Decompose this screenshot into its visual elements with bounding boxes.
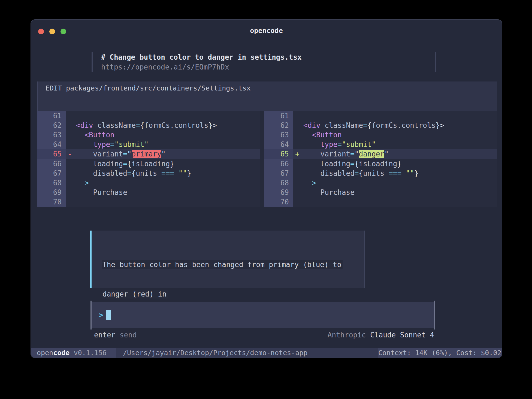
code-line <box>293 111 497 120</box>
code-token: Purchase <box>76 188 127 197</box>
code-line: <Button <box>293 130 497 140</box>
model-indicator: Anthropic Claude Sonnet 4 <box>328 330 434 340</box>
code-line: Purchase <box>66 188 260 197</box>
code-token <box>76 179 84 187</box>
window-title: opencode <box>31 27 502 35</box>
code-token: { <box>367 121 372 129</box>
assistant-text-line: danger (red) in <box>102 289 343 299</box>
assistant-text-line: The button color has been changed from p… <box>102 260 343 270</box>
code-token: "submit" <box>342 140 376 149</box>
code-line: type="submit" <box>66 140 260 149</box>
diff-pane-new: 6162<div className={formCs.controls}>63 … <box>264 111 497 207</box>
diff-row: 65- variant="primary" <box>37 149 260 159</box>
code-token <box>76 140 93 149</box>
diff-row: 70 <box>37 197 260 207</box>
code-token: units <box>363 169 389 177</box>
model-name: Claude Sonnet 4 <box>370 331 434 339</box>
line-number: 68 <box>264 178 293 188</box>
code-token: " <box>127 150 132 158</box>
diff-view: 6162<div className={formCs.controls}>63 … <box>37 111 497 207</box>
line-number: 69 <box>37 188 66 197</box>
code-token: { <box>359 169 363 177</box>
line-number: 64 <box>264 140 293 149</box>
code-token: { <box>140 121 144 129</box>
diff-pane-gap <box>260 111 264 207</box>
code-token: type <box>93 140 110 149</box>
code-token: === <box>161 169 174 177</box>
diff-row: 64 type="submit" <box>37 140 260 149</box>
diff-row: 63 <Button <box>264 130 497 140</box>
input-prompt-char: > <box>99 310 103 320</box>
assistant-accent-bar <box>90 231 92 288</box>
opencode-window: opencode # Change button color to danger… <box>31 19 502 358</box>
code-token: = <box>110 140 114 149</box>
hints-row: enter send Anthropic Claude Sonnet 4 <box>31 330 503 340</box>
user-message: # Change button color to danger in setti… <box>92 52 436 72</box>
code-token: danger <box>359 150 385 158</box>
message-left-border <box>92 52 93 72</box>
code-line <box>66 197 260 207</box>
code-token: = <box>350 160 355 168</box>
code-token: > <box>312 179 316 187</box>
app-version-segment: opencode v0.1.156 <box>31 348 116 358</box>
code-token: }> <box>208 121 217 129</box>
edited-file-path: packages/frontend/src/containers/Setting… <box>66 84 250 92</box>
text-cursor <box>106 310 111 320</box>
code-token <box>401 169 406 177</box>
app-version: v0.1.156 <box>69 349 106 357</box>
code-token: } <box>187 169 191 177</box>
line-number: 63 <box>37 130 66 140</box>
assistant-right-border <box>364 231 365 288</box>
code-token: "" <box>406 169 414 177</box>
screen: opencode # Change button color to danger… <box>0 0 532 399</box>
share-url-link[interactable]: https://opencode.ai/s/EQmP7hDx <box>101 62 229 72</box>
code-line: <div className={formCs.controls}> <box>293 120 497 130</box>
context-cost-segment: Context: 14K (6%), Cost: $0.02 <box>378 348 502 358</box>
chat-input[interactable]: > <box>92 302 434 328</box>
code-token: className <box>93 121 136 129</box>
diff-marker: + <box>295 149 300 159</box>
code-token: <div <box>76 121 93 129</box>
code-token: isLoading <box>132 160 170 168</box>
code-token: { <box>132 169 136 177</box>
code-line: type="submit" <box>293 140 497 149</box>
diff-row: 64 type="submit" <box>264 140 497 149</box>
code-token: "" <box>179 169 187 177</box>
code-line: loading={isLoading} <box>293 159 497 168</box>
code-token: primary <box>132 150 162 158</box>
diff-row: 68 > <box>37 178 260 188</box>
edit-tool-header: EDIT packages/frontend/src/containers/Se… <box>46 83 251 93</box>
diff-row: 66 loading={isLoading} <box>264 159 497 168</box>
code-token <box>303 131 312 139</box>
code-token: " <box>355 150 359 158</box>
assistant-message: The button color has been changed from p… <box>90 231 365 288</box>
line-number: 70 <box>37 197 66 207</box>
user-message-text: # Change button color to danger in setti… <box>101 52 302 62</box>
code-token: formCs.controls <box>371 121 436 129</box>
diff-row: 65+ variant="danger" <box>264 149 497 159</box>
diff-row: 61 <box>264 111 497 120</box>
code-token: disabled <box>303 169 355 177</box>
line-number: 65 <box>264 149 293 159</box>
code-token: = <box>123 150 127 158</box>
code-token: type <box>321 140 338 149</box>
line-number: 65 <box>37 149 66 159</box>
code-line: <div className={formCs.controls}> <box>66 120 260 130</box>
code-token: > <box>84 179 89 187</box>
code-token <box>76 131 84 139</box>
code-token: variant <box>303 150 350 158</box>
code-token: = <box>350 150 355 158</box>
code-token: } <box>170 160 174 168</box>
code-token: " <box>384 150 389 158</box>
code-token: = <box>136 121 140 129</box>
edit-tool-card: EDIT packages/frontend/src/containers/Se… <box>37 81 497 207</box>
code-token: <Button <box>84 131 114 139</box>
code-line: > <box>293 178 497 188</box>
code-token: " <box>161 150 166 158</box>
code-line: disabled={units === ""} <box>293 168 497 178</box>
diff-pane-old: 6162<div className={formCs.controls}>63 … <box>37 111 260 207</box>
code-token <box>303 140 321 149</box>
code-line: <Button <box>66 130 260 140</box>
diff-row: 69 Purchase <box>37 188 260 197</box>
code-token: { <box>355 160 359 168</box>
